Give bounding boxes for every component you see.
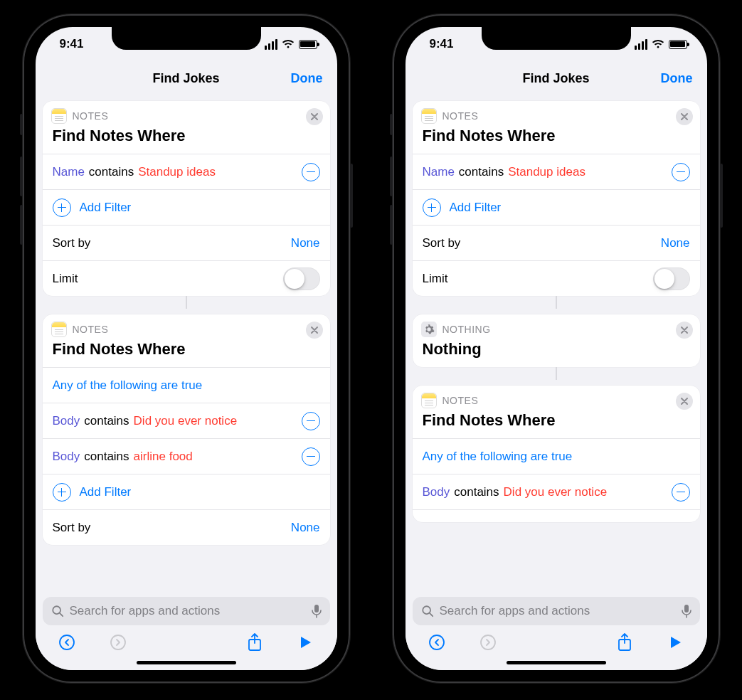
done-button[interactable]: Done <box>291 71 323 86</box>
redo-button <box>478 632 498 652</box>
action-card-nothing: NOTHING Nothing <box>413 314 700 367</box>
remove-action-button[interactable] <box>306 322 323 339</box>
any-true-row[interactable]: Any of the following are true <box>43 367 330 403</box>
run-button[interactable] <box>296 632 316 652</box>
dictate-icon[interactable] <box>312 604 322 618</box>
side-button <box>720 164 723 228</box>
limit-row: Limit <box>43 260 330 296</box>
sort-by-row[interactable]: Sort by None <box>43 225 330 260</box>
remove-action-button[interactable] <box>676 393 693 410</box>
filter-field[interactable]: Body <box>53 414 80 428</box>
add-filter-row[interactable]: Add Filter <box>413 189 700 225</box>
toolbar <box>43 625 330 659</box>
filter-field[interactable]: Name <box>53 165 85 179</box>
share-button[interactable] <box>615 632 635 652</box>
notch <box>112 27 261 50</box>
sort-by-value[interactable]: None <box>291 236 320 250</box>
battery-icon <box>299 40 317 49</box>
connector-line <box>556 367 557 380</box>
search-input[interactable]: Search for apps and actions <box>43 597 330 625</box>
remove-filter-button[interactable] <box>672 163 690 181</box>
action-card-find-notes-3: NOTES Find Notes Where Any of the follow… <box>413 386 700 522</box>
filter-row: Name contains Standup ideas <box>413 154 700 189</box>
filter-row: Name contains Standup ideas <box>43 154 330 189</box>
volume-up <box>20 157 23 196</box>
sort-by-label: Sort by <box>53 236 91 250</box>
gear-icon <box>421 322 437 337</box>
card-app-label: NOTHING <box>442 324 491 335</box>
home-indicator[interactable] <box>507 661 606 664</box>
sort-by-row[interactable]: Sort by None <box>413 225 700 260</box>
run-button[interactable] <box>666 632 686 652</box>
add-filter-label: Add Filter <box>80 201 132 215</box>
filter-value[interactable]: Did you ever notice <box>504 485 608 499</box>
add-filter-row[interactable]: Add Filter <box>43 474 330 509</box>
filter-value[interactable]: airline food <box>134 450 193 464</box>
remove-filter-button[interactable] <box>302 163 320 181</box>
limit-toggle[interactable] <box>283 267 320 290</box>
nav-bar: Find Jokes Done <box>36 61 337 95</box>
filter-field[interactable]: Body <box>53 450 80 464</box>
limit-label: Limit <box>53 272 78 286</box>
sort-by-value[interactable]: None <box>661 236 690 250</box>
card-app-label: NOTES <box>73 324 109 335</box>
add-filter-label: Add Filter <box>450 201 502 215</box>
limit-toggle[interactable] <box>653 267 690 290</box>
filter-operator: contains <box>89 165 134 179</box>
svg-point-9 <box>430 635 444 649</box>
remove-action-button[interactable] <box>676 322 693 339</box>
add-filter-row[interactable]: Add Filter <box>43 189 330 225</box>
remove-filter-button[interactable] <box>672 483 690 502</box>
sort-by-label: Sort by <box>423 236 461 250</box>
remove-action-button[interactable] <box>306 108 323 125</box>
limit-row: Limit <box>413 260 700 296</box>
volume-down <box>20 205 23 245</box>
workflow-content[interactable]: NOTES Find Notes Where Name contains Sta… <box>36 95 337 591</box>
notes-app-icon <box>421 108 437 124</box>
filter-operator: contains <box>84 414 129 428</box>
remove-filter-button[interactable] <box>302 447 320 466</box>
any-true-row[interactable]: Any of the following are true <box>413 438 700 474</box>
page-title: Find Jokes <box>522 71 589 86</box>
bottom-panel: Search for apps and actions <box>36 591 337 670</box>
plus-icon <box>53 198 71 217</box>
iphone-frame-left: 9:41 Find Jokes Done NOTES F <box>23 14 350 683</box>
search-icon <box>51 605 64 617</box>
iphone-frame-right: 9:41 Find Jokes Done NOTES F <box>393 14 720 683</box>
nav-bar: Find Jokes Done <box>406 61 707 95</box>
action-card-find-notes-2: NOTES Find Notes Where Any of the follow… <box>43 314 330 545</box>
filter-value[interactable]: Standup ideas <box>508 165 585 179</box>
sort-by-value[interactable]: None <box>291 521 320 535</box>
search-placeholder: Search for apps and actions <box>70 604 221 618</box>
card-app-label: NOTES <box>73 110 109 122</box>
card-title: Find Notes Where <box>43 339 330 367</box>
search-input[interactable]: Search for apps and actions <box>413 597 700 625</box>
filter-field[interactable]: Body <box>423 485 450 499</box>
undo-button[interactable] <box>57 632 77 652</box>
svg-point-3 <box>60 635 74 649</box>
undo-button[interactable] <box>427 632 447 652</box>
card-title: Find Notes Where <box>413 125 700 154</box>
sort-by-row[interactable]: Sort by None <box>43 509 330 545</box>
add-filter-label: Add Filter <box>80 485 132 499</box>
filter-value[interactable]: Did you ever notice <box>134 414 238 428</box>
filter-field[interactable]: Name <box>423 165 455 179</box>
workflow-content[interactable]: NOTES Find Notes Where Name contains Sta… <box>406 95 707 591</box>
share-button[interactable] <box>245 632 265 652</box>
battery-icon <box>669 40 687 49</box>
dictate-icon[interactable] <box>682 604 691 618</box>
toolbar <box>413 625 700 659</box>
filter-value[interactable]: Standup ideas <box>138 165 216 179</box>
status-time: 9:41 <box>430 37 454 51</box>
remove-action-button[interactable] <box>676 108 693 125</box>
filter-operator: contains <box>459 165 504 179</box>
notch <box>482 27 631 50</box>
remove-filter-button[interactable] <box>302 412 320 430</box>
filter-operator: contains <box>84 450 129 464</box>
status-time: 9:41 <box>60 37 84 51</box>
filter-row: Body contains Did you ever notice <box>43 403 330 438</box>
svg-rect-2 <box>314 605 319 612</box>
home-indicator[interactable] <box>137 661 236 664</box>
done-button[interactable]: Done <box>661 71 693 86</box>
notes-app-icon <box>51 108 67 124</box>
